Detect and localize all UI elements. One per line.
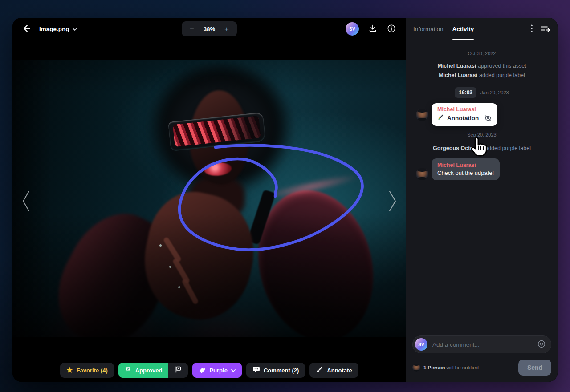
approval-button-group: Approved <box>118 363 188 378</box>
avatar-initials: SV <box>349 27 355 32</box>
feed-event: Michel Luarasiapproved this asset <box>412 61 551 71</box>
viewer-pane: Image.png − 38% + SV <box>12 18 406 382</box>
comment-bubble-icon <box>252 366 260 375</box>
annotate-label: Annotate <box>327 367 352 374</box>
annotation-author: Michel Luarasi <box>437 106 492 113</box>
reject-flag-button[interactable] <box>168 363 188 378</box>
time-tooltip: 16:03 <box>455 87 476 98</box>
zoom-control: − 38% + <box>182 21 237 36</box>
composer-footer: 1 Personwill be notified Send <box>412 360 551 376</box>
event-user-name: Michel Luarasi <box>437 63 476 69</box>
favorite-label: Favorite (4) <box>77 367 108 374</box>
event-action: added purple label <box>479 72 525 78</box>
zoom-level: 38% <box>204 26 215 32</box>
comment-composer: SV 1 Personwill be notified Send <box>406 330 558 382</box>
notified-person-avatar <box>412 364 420 372</box>
comment-button[interactable]: Comment (2) <box>246 363 305 378</box>
file-name: Image.png <box>39 26 69 32</box>
activity-feed: Oct 30, 2022 Michel Luarasiapproved this… <box>406 40 558 330</box>
feed-date: Jan 20, 2023 <box>480 90 509 95</box>
comment-entry: Michel Luarasi Check out the udpate! <box>412 158 551 180</box>
chevron-right-icon <box>387 207 398 214</box>
tab-activity[interactable]: Activity <box>452 18 474 40</box>
asset-review-window: Image.png − 38% + SV <box>12 18 558 382</box>
topbar-actions: SV <box>346 22 396 36</box>
flag-x-icon <box>175 366 182 375</box>
event-user-name: Michel Luarasi <box>439 72 477 78</box>
user-avatar: SV <box>415 338 428 351</box>
annotation-card[interactable]: Michel Luarasi Annotation <box>432 103 497 126</box>
info-icon <box>387 24 396 35</box>
send-button[interactable]: Send <box>518 360 551 376</box>
comment-label: Comment (2) <box>264 367 299 374</box>
emoji-button[interactable] <box>537 339 546 350</box>
event-action: added purple label <box>485 145 531 151</box>
notify-text: will be notified <box>447 365 479 370</box>
kebab-menu-icon <box>531 24 533 34</box>
zoom-out-button[interactable]: − <box>187 25 197 33</box>
favorite-button[interactable]: ★ Favorite (4) <box>60 363 114 378</box>
comment-input[interactable] <box>432 341 533 348</box>
commenter-avatar[interactable] <box>416 109 428 121</box>
feed-event: Gorgeous Octopusadded purple label <box>412 144 551 153</box>
comment-input-field[interactable]: SV <box>412 335 551 353</box>
chevron-left-icon <box>20 207 31 214</box>
notify-count: 1 Person <box>423 365 445 370</box>
file-name-dropdown[interactable]: Image.png <box>39 26 77 32</box>
approved-button[interactable]: Approved <box>118 363 169 378</box>
tab-information[interactable]: Information <box>413 18 444 40</box>
comment-bubble[interactable]: Michel Luarasi Check out the udpate! <box>432 158 500 180</box>
label-name: Purple <box>209 367 227 374</box>
collapse-panel-icon <box>541 25 550 33</box>
previous-asset-button[interactable] <box>18 189 34 214</box>
approved-label: Approved <box>135 367 163 374</box>
download-icon <box>368 24 378 35</box>
annotation-entry: Michel Luarasi Annotation <box>412 103 551 126</box>
feed-date: Oct 30, 2022 <box>412 51 551 56</box>
more-options-button[interactable] <box>531 24 533 34</box>
paintbrush-color-icon <box>437 114 444 122</box>
chevron-down-icon <box>73 26 77 32</box>
commenter-avatar[interactable] <box>416 168 428 180</box>
sidebar-header-actions <box>531 24 550 34</box>
label-dropdown-button[interactable]: Purple <box>192 363 241 378</box>
feed-date: Sep 20, 2023 <box>412 132 551 137</box>
collapse-panel-button[interactable] <box>541 25 550 33</box>
sidebar-header: Information Activity <box>406 18 558 40</box>
asset-image[interactable] <box>12 60 406 337</box>
event-action: approved this asset <box>478 63 526 69</box>
zoom-in-button[interactable]: + <box>222 25 232 33</box>
user-avatar[interactable]: SV <box>346 22 359 36</box>
comment-author: Michel Luarasi <box>437 162 494 168</box>
action-toolbar: ★ Favorite (4) Approved <box>12 363 406 378</box>
feed-date-row: 16:03 Jan 20, 2023 <box>412 87 551 98</box>
flag-check-icon <box>125 366 132 375</box>
avatar-initials: SV <box>418 342 424 347</box>
paintbrush-icon <box>316 366 323 375</box>
eye-off-icon[interactable] <box>484 115 492 122</box>
back-button[interactable] <box>22 24 31 34</box>
annotate-button[interactable]: Annotate <box>309 363 358 378</box>
next-asset-button[interactable] <box>385 189 401 214</box>
back-arrow-icon <box>22 24 31 34</box>
feed-event: Michel Luarasiadded purple label <box>412 71 551 80</box>
tag-icon <box>199 366 206 375</box>
activity-sidebar: Information Activity Oct 30, 2022 Michel <box>406 18 558 382</box>
info-button[interactable] <box>387 24 396 35</box>
chevron-down-icon <box>231 367 236 374</box>
comment-text: Check out the udpate! <box>437 170 494 176</box>
notify-info: 1 Personwill be notified <box>412 364 479 372</box>
viewer-topbar: Image.png − 38% + SV <box>12 18 406 40</box>
event-user-name: Gorgeous Octopus <box>433 145 483 151</box>
annotation-label: Annotation <box>447 115 479 121</box>
star-icon: ★ <box>66 367 73 374</box>
smiley-icon <box>537 343 546 350</box>
annotation-line: Annotation <box>437 114 492 122</box>
download-button[interactable] <box>368 24 378 35</box>
annotation-drawing[interactable] <box>12 60 406 337</box>
